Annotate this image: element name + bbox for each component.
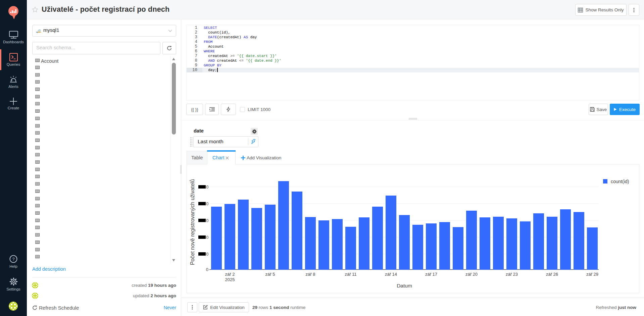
svg-text:zář 20: zář 20 xyxy=(465,272,478,277)
svg-text:zář 5: zář 5 xyxy=(265,272,275,277)
svg-text:0: 0 xyxy=(206,201,208,206)
svg-text:zář 29: zář 29 xyxy=(586,272,598,277)
svg-text:Datum: Datum xyxy=(397,283,412,288)
svg-text:0: 0 xyxy=(206,185,208,190)
svg-text:0: 0 xyxy=(206,235,208,240)
svg-text:zář 2: zář 2 xyxy=(225,272,235,277)
svg-text:0: 0 xyxy=(206,218,208,223)
svg-text:Počet nově registrovaných uživ: Počet nově registrovaných uživatelů xyxy=(190,179,195,265)
svg-text:zář 11: zář 11 xyxy=(345,272,356,277)
svg-text:0: 0 xyxy=(206,267,208,272)
svg-text:count(id): count(id) xyxy=(611,179,629,184)
svg-text:0: 0 xyxy=(206,252,208,257)
svg-text:zář 23: zář 23 xyxy=(506,272,518,277)
svg-text:zář 14: zář 14 xyxy=(385,272,397,277)
svg-text:?: ? xyxy=(12,257,14,262)
svg-text:2025: 2025 xyxy=(225,277,235,282)
svg-text:zář 17: zář 17 xyxy=(425,272,437,277)
svg-text:zář 8: zář 8 xyxy=(306,272,315,277)
svg-text:zář 26: zář 26 xyxy=(546,272,558,277)
